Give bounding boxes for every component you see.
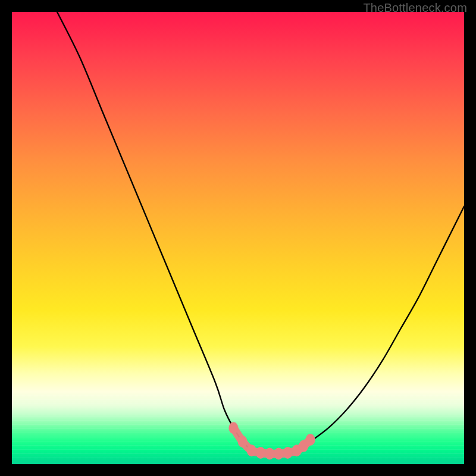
marker-dot <box>238 436 248 447</box>
marker-dot <box>283 447 293 459</box>
marker-dot <box>256 447 265 459</box>
curve-layer <box>12 12 464 464</box>
plot-area <box>12 12 464 464</box>
curve-left-branch <box>57 12 252 450</box>
marker-dot <box>306 434 315 446</box>
marker-dot <box>265 448 274 460</box>
curve-right-branch <box>297 206 464 450</box>
marker-dot <box>228 422 238 434</box>
marker-dot <box>247 444 256 456</box>
chart-frame: TheBottleneck.com <box>0 0 476 476</box>
marker-dot <box>274 448 283 460</box>
